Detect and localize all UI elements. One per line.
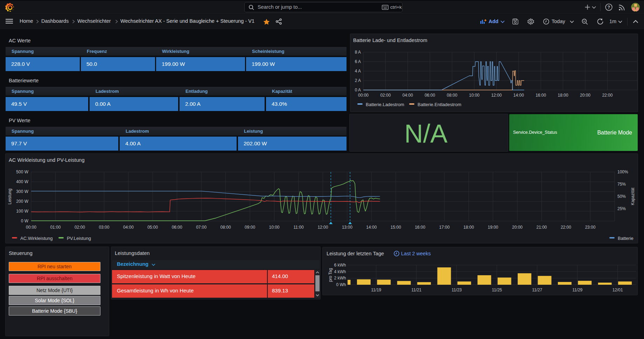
svg-text:11/23: 11/23	[451, 288, 462, 292]
svg-text:11/25: 11/25	[492, 288, 502, 292]
svg-text:16:00: 16:00	[415, 225, 425, 230]
svg-text:PV.Leistung: PV.Leistung	[67, 236, 91, 241]
svg-text:11:00: 11:00	[293, 225, 303, 230]
svg-text:400 W: 400 W	[16, 179, 28, 184]
svg-text:22:00: 22:00	[602, 93, 612, 98]
svg-text:75%: 75%	[617, 182, 626, 187]
svg-text:11/21: 11/21	[411, 288, 421, 292]
svg-text:Kapazität: Kapazität	[630, 187, 635, 205]
svg-text:12:00: 12:00	[491, 93, 502, 98]
svg-text:0 Wh: 0 Wh	[336, 282, 346, 287]
svg-text:00:00: 00:00	[26, 225, 36, 230]
svg-text:4 A: 4 A	[355, 69, 361, 74]
svg-text:200 W: 200 W	[16, 199, 28, 204]
svg-text:100%: 100%	[617, 170, 628, 174]
svg-text:10:00: 10:00	[269, 225, 279, 230]
svg-text:Batterie.Ladestrom: Batterie.Ladestrom	[366, 102, 404, 107]
svg-text:20:00: 20:00	[580, 93, 590, 98]
svg-text:4 kWh: 4 kWh	[334, 269, 346, 274]
svg-text:50%: 50%	[617, 194, 626, 199]
svg-text:18:00: 18:00	[463, 225, 474, 230]
svg-text:Batterie: Batterie	[618, 236, 634, 241]
svg-text:?: ?	[608, 5, 610, 10]
svg-text:25%: 25%	[617, 206, 626, 211]
svg-text:19:00: 19:00	[488, 225, 498, 230]
svg-text:21:00: 21:00	[536, 225, 547, 230]
svg-text:6 A: 6 A	[355, 59, 361, 64]
svg-text:11/29: 11/29	[572, 288, 582, 292]
svg-text:300 W: 300 W	[16, 189, 28, 194]
svg-text:00:00: 00:00	[358, 93, 369, 98]
svg-text:15:00: 15:00	[391, 225, 401, 230]
svg-text:100 W: 100 W	[16, 209, 28, 214]
svg-text:09:00: 09:00	[245, 225, 255, 230]
svg-text:22:00: 22:00	[561, 225, 571, 230]
svg-text:2 A: 2 A	[355, 78, 361, 83]
svg-text:12:00: 12:00	[317, 225, 328, 230]
svg-text:01:00: 01:00	[50, 225, 61, 230]
svg-text:04:00: 04:00	[123, 225, 134, 230]
svg-text:04:00: 04:00	[402, 93, 413, 98]
svg-text:18:00: 18:00	[558, 93, 568, 98]
svg-text:2 kWh: 2 kWh	[334, 276, 346, 281]
svg-text:17:00: 17:00	[439, 225, 450, 230]
svg-text:11/27: 11/27	[532, 288, 542, 292]
svg-text:0 W: 0 W	[21, 219, 29, 223]
svg-text:08:00: 08:00	[447, 93, 457, 98]
svg-text:12/01: 12/01	[612, 288, 623, 292]
svg-text:20:00: 20:00	[512, 225, 523, 230]
svg-text:Leistung: Leistung	[7, 188, 12, 204]
svg-text:pro Tag: pro Tag	[328, 268, 333, 282]
svg-text:02:00: 02:00	[75, 225, 85, 230]
svg-text:16:00: 16:00	[536, 93, 546, 98]
svg-text:05:00: 05:00	[147, 225, 158, 230]
svg-text:500 W: 500 W	[16, 170, 28, 174]
svg-text:14:00: 14:00	[513, 93, 524, 98]
svg-text:03:00: 03:00	[99, 225, 109, 230]
svg-text:Batterie.Entladestrom: Batterie.Entladestrom	[418, 102, 461, 107]
svg-text:6 kWh: 6 kWh	[334, 263, 346, 268]
svg-text:06:00: 06:00	[172, 225, 182, 230]
svg-text:14:00: 14:00	[366, 225, 377, 230]
svg-text:8 A: 8 A	[355, 50, 361, 55]
svg-text:23:00: 23:00	[585, 225, 595, 230]
svg-text:06:00: 06:00	[425, 93, 435, 98]
svg-text:11/19: 11/19	[371, 288, 381, 292]
svg-text:13:00: 13:00	[342, 225, 352, 230]
svg-text:08:00: 08:00	[220, 225, 231, 230]
svg-text:07:00: 07:00	[196, 225, 206, 230]
svg-text:0 A: 0 A	[355, 88, 361, 92]
svg-text:AC.Wirkleistung: AC.Wirkleistung	[20, 236, 52, 241]
svg-text:10:00: 10:00	[469, 93, 479, 98]
svg-text:02:00: 02:00	[380, 93, 391, 98]
